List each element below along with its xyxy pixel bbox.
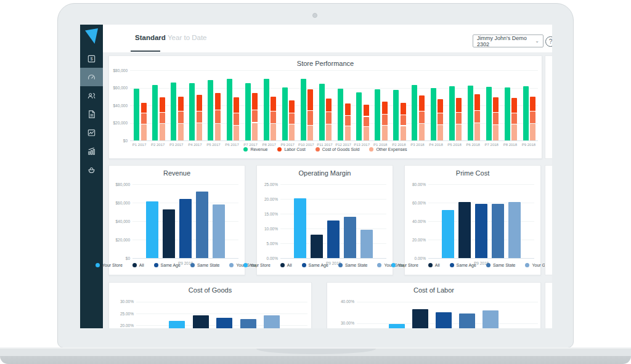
gridline — [132, 184, 238, 185]
expense-stack-segment — [345, 116, 351, 126]
legend-label: Same Age — [309, 263, 328, 267]
revenue-bar — [338, 89, 343, 140]
webcam — [312, 13, 317, 18]
expense-stack-segment — [178, 97, 184, 111]
y-axis-tick-label: 30.00% — [333, 321, 354, 325]
revenue-bar — [523, 86, 529, 140]
expense-stack-segment — [382, 126, 388, 140]
users-icon — [87, 91, 96, 100]
sidebar-item-analytics[interactable] — [80, 123, 103, 142]
clipped-card — [545, 165, 552, 275]
y-axis-tick-label: $40,000 — [107, 103, 128, 108]
expense-stack-segment — [364, 127, 369, 140]
legend-item-your-store[interactable]: Your Store — [96, 263, 123, 267]
comparison-bar-your-group — [360, 230, 373, 258]
expense-stack-segment — [493, 113, 499, 124]
svg-text:$: $ — [90, 56, 93, 62]
legend-item-your-store[interactable]: Your Store — [243, 263, 271, 267]
y-axis-tick-label: $0 — [109, 256, 130, 261]
legend-label: Same State — [197, 263, 220, 267]
account-dropdown[interactable]: Jimmy John's Demo 2302 ⌄ — [473, 34, 543, 47]
revenue-card: Revenue $0$20,000$40,000$60,000$80,000P9… — [108, 165, 245, 275]
gridline — [280, 184, 386, 185]
legend-item-labor-cost[interactable]: Labor Cost — [277, 147, 305, 152]
expense-stack-segment — [289, 113, 295, 124]
sidebar-item-finance[interactable]: $ — [80, 49, 103, 68]
legend-dot — [229, 263, 234, 267]
expense-stack-segment — [474, 123, 480, 140]
comparison-bar-same-age — [327, 220, 340, 258]
legend-dot — [428, 263, 433, 267]
comparison-bar-same-state — [344, 217, 356, 258]
legend-label: Same State — [345, 263, 368, 267]
gauge-icon — [87, 73, 96, 82]
app-logo-icon[interactable] — [85, 28, 98, 44]
legend-item-same-age[interactable]: Same Age — [450, 263, 476, 267]
tab-year-to-date[interactable]: Year to Date — [168, 34, 207, 41]
legend-item-same-state[interactable]: Same State — [486, 263, 516, 267]
comparison-bar-same-state — [459, 313, 475, 328]
expense-stack-segment — [456, 124, 462, 140]
chart-title: Store Performance — [109, 60, 542, 67]
revenue-bar — [375, 89, 380, 140]
comparison-bar-same-age — [475, 204, 487, 259]
legend-label: Labor Cost — [284, 147, 305, 152]
comparison-bar-all — [311, 235, 323, 258]
revenue-bar — [319, 84, 325, 140]
legend-label: All — [139, 263, 144, 267]
legend-item-revenue[interactable]: Revenue — [243, 147, 267, 152]
expense-stack-segment — [382, 102, 388, 114]
legend-item-same-state[interactable]: Same State — [338, 263, 368, 267]
expense-stack-segment — [530, 124, 535, 140]
y-axis-tick-label: 60.00% — [405, 201, 426, 205]
y-axis-tick-label: 25.00% — [257, 182, 278, 187]
legend-item-other-expenses[interactable]: Other Expenses — [369, 147, 407, 152]
revenue-bar — [189, 83, 195, 140]
header-bar: Standard Year to Date Jimmy John's Demo … — [103, 25, 552, 52]
legend-dot — [525, 263, 529, 267]
expense-stack-segment — [252, 110, 258, 123]
revenue-bar — [171, 83, 176, 140]
help-button[interactable]: ? — [545, 36, 552, 47]
expense-stack-segment — [271, 97, 276, 111]
chart-legend: Your StoreAllSame AgeSame StateYour Grou… — [109, 263, 245, 267]
y-axis-tick-label: 0.00% — [257, 256, 278, 261]
revenue-bar — [486, 87, 492, 140]
expense-stack-segment — [438, 99, 443, 113]
chart-line-icon — [87, 128, 96, 137]
tab-standard[interactable]: Standard — [135, 34, 166, 41]
expense-stack-segment — [474, 111, 480, 123]
legend-item-your-store[interactable]: Your Store — [391, 263, 418, 267]
clipped-card — [545, 55, 552, 159]
legend-item-all[interactable]: All — [428, 263, 440, 267]
sidebar-item-orders[interactable] — [80, 160, 103, 179]
expense-stack-segment — [215, 93, 221, 110]
expense-stack-segment — [289, 124, 295, 140]
legend-item-all[interactable]: All — [280, 263, 292, 267]
x-axis-tick-label: P9 2018 — [517, 143, 540, 147]
revenue-bar — [152, 85, 158, 141]
sidebar-item-reports[interactable] — [80, 105, 103, 123]
legend-item-same-state[interactable]: Same State — [190, 263, 220, 267]
cost-of-labor-card: Cost of Labor 40.00%30.00% — [327, 282, 541, 328]
gridline — [428, 258, 534, 259]
expense-stack-segment — [289, 100, 295, 113]
legend-item-all[interactable]: All — [132, 263, 144, 267]
y-axis-tick-label: 20.00% — [257, 197, 278, 201]
y-axis-tick-label: $40,000 — [109, 219, 130, 224]
y-axis-tick-label: $0 — [107, 139, 128, 143]
expense-stack-segment — [234, 113, 239, 125]
legend-label: Your Store — [398, 263, 418, 267]
expense-stack-segment — [364, 105, 369, 116]
sidebar-item-performance[interactable] — [80, 142, 103, 160]
legend-item-cost-of-goods-sold[interactable]: Cost of Goods Sold — [316, 147, 360, 152]
sidebar-item-dashboard[interactable] — [80, 68, 103, 86]
comparison-bar-same-state — [240, 319, 256, 328]
gridline — [428, 184, 534, 185]
expense-stack-segment — [474, 94, 480, 110]
comparison-bar-your-group — [213, 204, 225, 258]
legend-dot — [132, 263, 137, 267]
legend-item-same-age[interactable]: Same Age — [154, 263, 181, 267]
legend-item-same-age[interactable]: Same Age — [302, 263, 328, 267]
sidebar-item-customers[interactable] — [80, 86, 103, 105]
